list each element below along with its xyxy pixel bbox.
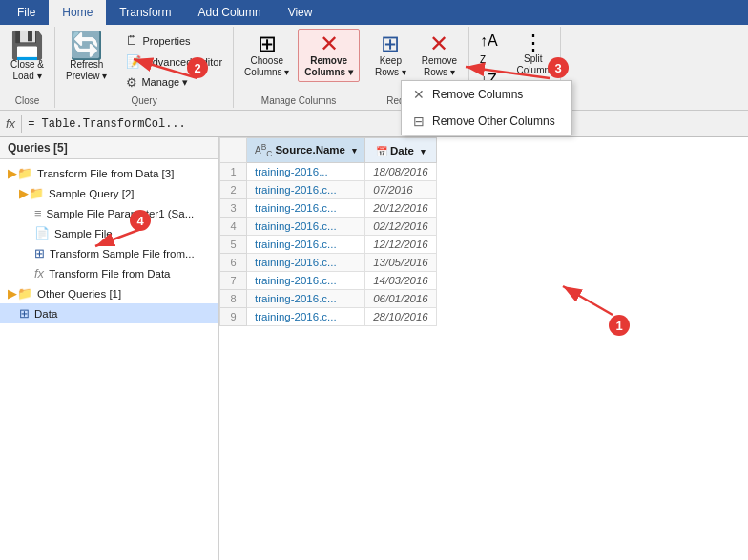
cell-source-6: training-2016.c... bbox=[247, 272, 365, 290]
query-item-data[interactable]: ⊞ Data bbox=[0, 303, 218, 323]
query-item-sample-file-param-label: Sample File Parameter1 (Sa... bbox=[47, 208, 195, 219]
cell-date-1: 07/2016 bbox=[365, 181, 437, 199]
col-type-date: 📅 bbox=[376, 146, 387, 156]
remove-columns-label: RemoveColumns bbox=[304, 55, 353, 78]
fx-separator bbox=[21, 115, 22, 133]
table-row[interactable]: 2 training-2016.c... 07/2016 bbox=[220, 181, 437, 199]
table-row[interactable]: 8 training-2016.c... 06/01/2016 bbox=[220, 290, 437, 308]
table-icon-1: ⊞ bbox=[34, 246, 45, 260]
cell-source-5: training-2016.c... bbox=[247, 254, 365, 272]
remove-columns-menu-icon: ✕ bbox=[413, 87, 425, 102]
table-row[interactable]: 6 training-2016.c... 13/05/2016 bbox=[220, 254, 437, 272]
remove-other-columns-menu-item[interactable]: ⊟ Remove Other Columns bbox=[402, 108, 571, 135]
advanced-editor-label: Advanced Editor bbox=[145, 56, 222, 68]
query-item-transform-sample-label: Transform Sample File from... bbox=[50, 248, 195, 259]
col-label-date: Date bbox=[390, 145, 414, 156]
cell-rownum-0: 1 bbox=[220, 163, 247, 181]
cell-source-0: training-2016... bbox=[247, 163, 365, 181]
table-row[interactable]: 9 training-2016.c... 28/10/2016 bbox=[220, 308, 437, 326]
properties-button[interactable]: 🗒 Properties bbox=[119, 31, 229, 51]
split-column-icon: ⋮ bbox=[523, 32, 544, 53]
col-header-date[interactable]: 📅 Date ▾ bbox=[365, 138, 437, 163]
data-table-area: ABC Source.Name ▾ 📅 Date ▾ 1 training-20… bbox=[219, 137, 748, 560]
query-item-sample-file-param[interactable]: ≡ Sample File Parameter1 (Sa... bbox=[0, 203, 218, 223]
remove-rows-button[interactable]: ✕ RemoveRows bbox=[415, 29, 464, 82]
cell-source-2: training-2016.c... bbox=[247, 199, 365, 218]
data-table: ABC Source.Name ▾ 📅 Date ▾ 1 training-20… bbox=[219, 137, 437, 326]
remove-other-columns-menu-label: Remove Other Columns bbox=[432, 114, 555, 128]
ribbon-groups: 💾 Close & Load Close 🔄 RefreshPreview 🗒 … bbox=[0, 27, 748, 108]
cell-rownum-2: 3 bbox=[220, 199, 247, 218]
remove-rows-icon: ✕ bbox=[429, 32, 448, 55]
choose-columns-button[interactable]: ⊞ ChooseColumns bbox=[238, 29, 296, 82]
table-row[interactable]: 5 training-2016.c... 12/12/2016 bbox=[220, 236, 437, 254]
remove-columns-menu-item[interactable]: ✕ Remove Columns bbox=[402, 81, 571, 108]
query-item-transform-fx-label: Transform File from Data bbox=[49, 268, 170, 280]
split-column-button[interactable]: ⋮ SplitColumn bbox=[510, 29, 556, 80]
col-type-source: ABC bbox=[255, 145, 272, 156]
tab-file[interactable]: File bbox=[4, 0, 49, 25]
advanced-editor-button[interactable]: 📝 Advanced Editor bbox=[119, 52, 229, 72]
cell-rownum-6: 7 bbox=[220, 272, 247, 290]
query-item-sample-file[interactable]: 📄 Sample File bbox=[0, 223, 218, 243]
formula-content: = Table.TransformCol... bbox=[28, 117, 742, 131]
cell-date-0: 18/08/2016 bbox=[365, 163, 437, 181]
cell-source-8: training-2016.c... bbox=[247, 308, 365, 326]
cell-date-2: 20/12/2016 bbox=[365, 199, 437, 218]
remove-columns-button[interactable]: ✕ RemoveColumns bbox=[298, 29, 360, 82]
ribbon-tab-bar: File Home Transform Add Column View bbox=[0, 0, 748, 25]
remove-columns-dropdown: ✕ Remove Columns ⊟ Remove Other Columns bbox=[401, 80, 572, 135]
properties-icon: 🗒 bbox=[126, 33, 138, 48]
query-item-sample-query[interactable]: ▶📁 Sample Query [2] bbox=[0, 183, 218, 203]
cell-source-7: training-2016.c... bbox=[247, 290, 365, 308]
queries-panel: Queries [5] ▶📁 Transform File from Data … bbox=[0, 137, 219, 560]
cell-rownum-1: 2 bbox=[220, 181, 247, 199]
folder-icon-3: ▶📁 bbox=[8, 286, 32, 301]
refresh-label: RefreshPreview bbox=[66, 59, 107, 82]
query-item-transform-file-label: Transform File from Data [3] bbox=[37, 168, 174, 179]
query-item-transform-file[interactable]: ▶📁 Transform File from Data [3] bbox=[0, 163, 218, 183]
keep-rows-icon: ⊞ bbox=[381, 32, 400, 55]
query-small-buttons: 🗒 Properties 📝 Advanced Editor ⚙ Manage bbox=[119, 31, 229, 93]
cell-rownum-4: 5 bbox=[220, 236, 247, 254]
manage-icon: ⚙ bbox=[126, 75, 137, 90]
cell-date-5: 13/05/2016 bbox=[365, 254, 437, 272]
tab-view[interactable]: View bbox=[275, 0, 326, 25]
main-area: Queries [5] ▶📁 Transform File from Data … bbox=[0, 137, 748, 560]
group-close-label: Close bbox=[4, 93, 51, 108]
file-icon: 📄 bbox=[34, 226, 50, 240]
col-filter-date[interactable]: ▾ bbox=[421, 147, 426, 156]
param-icon: ≡ bbox=[34, 206, 42, 220]
table-row[interactable]: 4 training-2016.c... 02/12/2016 bbox=[220, 218, 437, 236]
sort-asc-icon: ↑AZ bbox=[480, 32, 498, 67]
cell-rownum-7: 8 bbox=[220, 290, 247, 308]
manage-button[interactable]: ⚙ Manage bbox=[119, 73, 229, 93]
table-row[interactable]: 1 training-2016... 18/08/2016 bbox=[220, 163, 437, 181]
cell-rownum-5: 6 bbox=[220, 254, 247, 272]
formula-bar: fx = Table.TransformCol... bbox=[0, 111, 748, 137]
keep-rows-button[interactable]: ⊞ KeepRows bbox=[368, 29, 413, 82]
query-item-transform-sample[interactable]: ⊞ Transform Sample File from... bbox=[0, 243, 218, 263]
table-row[interactable]: 3 training-2016.c... 20/12/2016 bbox=[220, 199, 437, 218]
close-load-button[interactable]: 💾 Close & Load bbox=[4, 29, 51, 86]
tab-add-column[interactable]: Add Column bbox=[185, 0, 275, 25]
table-row[interactable]: 7 training-2016.c... 14/03/2016 bbox=[220, 272, 437, 290]
col-header-source-name[interactable]: ABC Source.Name ▾ bbox=[247, 138, 365, 163]
refresh-preview-button[interactable]: 🔄 RefreshPreview bbox=[59, 29, 114, 86]
group-manage-columns-body: ⊞ ChooseColumns ✕ RemoveColumns bbox=[238, 29, 360, 93]
cell-date-7: 06/01/2016 bbox=[365, 290, 437, 308]
close-load-label: Close & Load bbox=[10, 59, 44, 82]
tab-home[interactable]: Home bbox=[49, 0, 106, 25]
col-filter-source[interactable]: ▾ bbox=[352, 146, 357, 156]
keep-rows-label: KeepRows bbox=[375, 55, 406, 78]
query-item-transform-fx[interactable]: fx Transform File from Data bbox=[0, 263, 218, 283]
query-item-other-queries-label: Other Queries [1] bbox=[37, 288, 121, 300]
group-query-body: 🔄 RefreshPreview 🗒 Properties 📝 Advanced… bbox=[59, 29, 229, 93]
query-item-other-queries[interactable]: ▶📁 Other Queries [1] bbox=[0, 283, 218, 303]
refresh-icon: 🔄 bbox=[70, 32, 103, 59]
tab-transform[interactable]: Transform bbox=[106, 0, 184, 25]
cell-rownum-3: 4 bbox=[220, 218, 247, 236]
remove-columns-menu-label: Remove Columns bbox=[432, 88, 523, 101]
cell-source-4: training-2016.c... bbox=[247, 236, 365, 254]
sort-asc-button[interactable]: ↑AZ bbox=[475, 31, 503, 69]
